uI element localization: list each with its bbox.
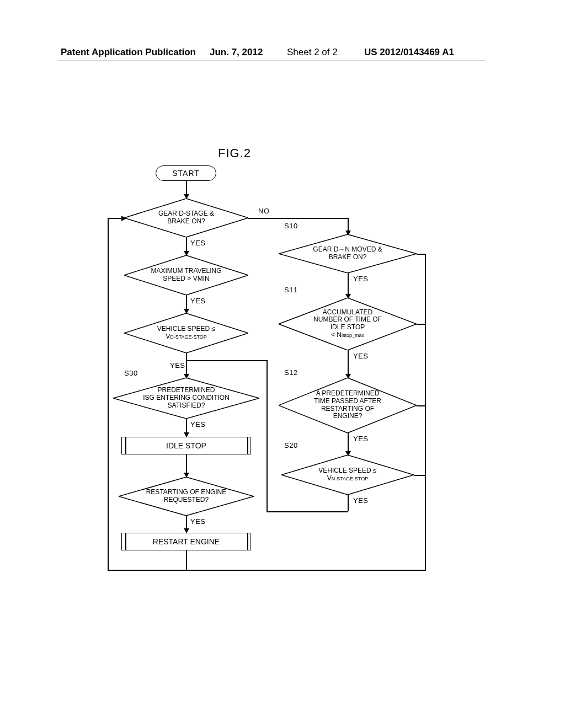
- connector: [414, 475, 425, 476]
- s10-label: S10: [284, 222, 298, 230]
- connector: [348, 273, 349, 296]
- stripe: [125, 437, 126, 454]
- d3-sub: D-STAGE-STOP: [170, 334, 207, 340]
- connector: [417, 324, 425, 325]
- d12-l2: TIME PASSED AFTER: [314, 397, 381, 405]
- d5-l2: REQUESTED?: [164, 496, 209, 504]
- d20-v: V: [327, 474, 332, 482]
- d4-a: PREDETERMINED: [157, 386, 215, 394]
- arrowhead-icon: [121, 216, 126, 221]
- d12-l4: ENGINE?: [333, 413, 363, 420]
- connector: [266, 360, 268, 512]
- decision-veh-speed-n: VEHICLE SPEED ≤ VN-STAGE-STOP: [281, 455, 414, 495]
- decision-isg-condition: PREDETERMINED ISG ENTERING CONDITION SAT…: [113, 378, 259, 419]
- stripe: [125, 533, 126, 550]
- connector: [417, 254, 425, 255]
- start-node: START: [156, 165, 216, 181]
- connector: [425, 254, 426, 571]
- us-number: US 2012/0143469 A1: [364, 47, 454, 58]
- decision-time-passed: A PREDETERMINED TIME PASSED AFTER RESTAR…: [279, 378, 417, 433]
- connector: [108, 570, 186, 571]
- yes-label: YES: [170, 361, 185, 370]
- s30-label: S30: [124, 369, 138, 377]
- d2-line2: SPEED > VMIN: [163, 275, 209, 282]
- connector: [186, 360, 267, 361]
- sheet-number: Sheet 2 of 2: [287, 47, 338, 58]
- decision-restart-requested: RESTARTING OF ENGINE REQUESTED?: [119, 477, 254, 516]
- d12-l3: RESTARTING OF: [321, 405, 374, 413]
- s11-label: S11: [284, 286, 298, 294]
- d3-v: V: [166, 333, 170, 340]
- connector: [348, 495, 349, 511]
- arrowhead-icon: [345, 231, 351, 235]
- decision-d-to-n: GEAR D→N MOVED & BRAKE ON?: [279, 234, 417, 273]
- connector: [417, 405, 425, 406]
- d11-sub: istop_max: [342, 333, 364, 338]
- d1-line1: GEAR D-STAGE &: [158, 210, 214, 217]
- d12-l1: A PREDETERMINED: [316, 389, 380, 397]
- decision-gear-d-brake: GEAR D-STAGE & BRAKE ON?: [124, 199, 248, 237]
- yes-label: YES: [190, 297, 206, 305]
- start-text: START: [172, 169, 200, 178]
- connector: [186, 550, 187, 570]
- publication-text: Patent Application Publication: [61, 47, 196, 58]
- d20-sub: N-STAGE-STOP: [332, 476, 369, 481]
- yes-label: YES: [353, 435, 369, 443]
- connector: [348, 350, 349, 377]
- d11-a: ACCUMULATED: [323, 308, 372, 316]
- header-rule: [58, 61, 486, 61]
- process-idle-stop: IDLE STOP: [121, 437, 251, 454]
- d2-line1: MAXIMUM TRAVELING: [151, 267, 221, 275]
- d10-line1: GEAR D→N MOVED &: [313, 245, 382, 253]
- yes-label: YES: [353, 275, 369, 283]
- stripe: [247, 437, 248, 454]
- yes-label: YES: [190, 239, 206, 247]
- connector: [248, 218, 348, 219]
- decision-accum-count: ACCUMULATED NUMBER OF TIME OF IDLE STOP …: [279, 298, 417, 350]
- connector: [266, 511, 348, 512]
- yes-label: YES: [190, 420, 206, 429]
- d11-b: NUMBER OF TIME OF: [313, 316, 382, 324]
- d4-c: SATISFIED?: [168, 402, 205, 409]
- d1-line2: BRAKE ON?: [167, 217, 205, 225]
- d3-line1: VEHICLE SPEED ≤: [157, 325, 215, 333]
- connector: [186, 353, 187, 360]
- process-restart-engine: RESTART ENGINE: [121, 533, 251, 550]
- decision-max-speed: MAXIMUM TRAVELING SPEED > VMIN: [124, 255, 248, 295]
- d11-d: < N: [331, 331, 342, 339]
- figure-label: FIG.2: [218, 146, 251, 160]
- d4-b: ISG ENTERING CONDITION: [143, 394, 230, 402]
- yes-label: YES: [353, 496, 369, 505]
- s20-label: S20: [284, 441, 298, 449]
- d11-c: IDLE STOP: [331, 324, 365, 331]
- publication-date: Jun. 7, 2012: [210, 47, 263, 58]
- s12-label: S12: [284, 368, 298, 377]
- connector: [108, 218, 109, 570]
- yes-label: YES: [353, 352, 369, 360]
- d20-line1: VEHICLE SPEED ≤: [318, 467, 376, 474]
- idle-stop-text: IDLE STOP: [166, 441, 206, 450]
- yes-label: YES: [190, 517, 206, 526]
- stripe: [247, 533, 248, 550]
- d10-line2: BRAKE ON?: [329, 253, 367, 261]
- d5-l1: RESTARTING OF ENGINE: [146, 488, 227, 496]
- decision-veh-speed-d: VEHICLE SPEED ≤ VD-STAGE-STOP: [124, 313, 248, 353]
- restart-text: RESTART ENGINE: [153, 537, 220, 546]
- flowchart-canvas: START GEAR D-STAGE & BRAKE ON? NO S10 GE…: [110, 160, 430, 618]
- connector: [186, 570, 425, 571]
- no-label: NO: [258, 207, 270, 215]
